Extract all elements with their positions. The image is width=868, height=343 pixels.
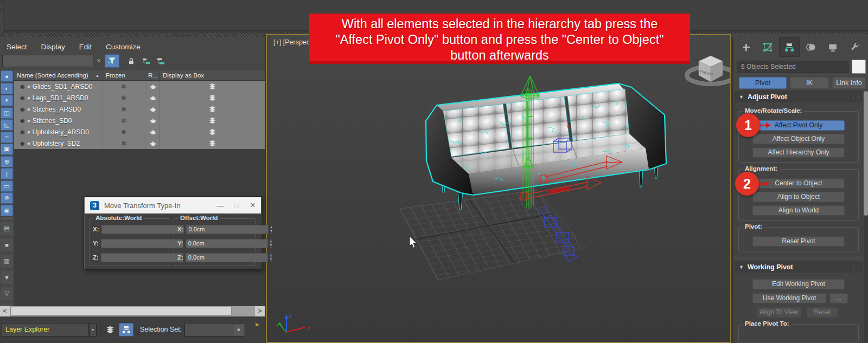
panel-scrollbar-thumb[interactable] [864,91,868,216]
display-as-box-layers-icon[interactable] [160,92,265,103]
table-row[interactable]: ◉●Upholstery_SD2 ❄ [14,138,265,149]
table-row[interactable]: ◉●Upholstery_ARSD0 ❄ [14,126,265,138]
renderable-teapot-icon[interactable] [145,81,160,92]
perspective-viewport[interactable]: [+] [Perspective] [266,34,731,343]
menu-select[interactable]: Select [7,41,27,53]
column-frozen[interactable]: Frozen [103,70,145,80]
tab-create[interactable] [736,37,756,57]
selection-dot-icon[interactable]: ● [27,118,30,124]
display-cameras-icon[interactable]: ◫ [1,107,13,119]
frozen-snowflake-icon[interactable]: ❄ [121,128,126,136]
renderable-teapot-icon[interactable] [145,103,160,115]
view-layers-icon[interactable]: ▤ [1,222,13,235]
scrollbar-thumb[interactable] [10,307,232,316]
collapse-tree-icon[interactable] [154,54,168,68]
frozen-snowflake-icon[interactable]: ❄ [121,117,126,125]
rollout-header[interactable]: ▼ Working Pivot ⋮⋮ [735,261,862,273]
display-groups-icon[interactable]: ▣ [1,144,13,155]
mode-dropdown-arrow-icon[interactable]: ▾ [89,323,97,336]
filter-config-icon[interactable]: ▼ [1,271,13,284]
selection-dot-icon[interactable]: ● [27,140,30,146]
spinner-control[interactable]: ▴▾ [270,239,272,248]
display-lights-icon[interactable]: ☀ [1,95,13,106]
filter-icon[interactable]: ▽ [1,287,13,300]
frozen-snowflake-icon[interactable]: ❄ [121,94,126,102]
renderable-teapot-icon[interactable] [145,138,160,149]
ik-button[interactable]: IK [790,77,829,89]
more-tools-chevrons-icon[interactable]: » [255,320,259,328]
display-hidden-icon[interactable]: ◉ [1,205,13,216]
selection-dot-icon[interactable]: ● [27,106,30,112]
visibility-eye-icon[interactable]: ◉ [20,118,25,124]
display-as-box-layers-icon[interactable] [160,126,265,138]
menu-edit[interactable]: Edit [79,41,92,53]
align-to-world-button[interactable]: Align to World [752,205,845,216]
align-to-object-button[interactable]: Align to Object [752,192,845,202]
table-row[interactable]: ◉●Stitches_ARSD0 ❄ [14,103,265,115]
close-icon[interactable]: × [245,200,261,210]
display-as-box-layers-icon[interactable] [160,138,265,149]
frozen-snowflake-icon[interactable]: ❄ [121,83,126,90]
visibility-eye-icon[interactable]: ◉ [20,106,25,112]
display-as-box-layers-icon[interactable] [160,103,265,115]
rollout-header[interactable]: ▼ Adjust Pivot ⋮⋮ [735,91,862,102]
lock-icon[interactable] [124,54,138,68]
table-row[interactable]: ◉●Stitches_SD0 ❄ [14,115,265,126]
frozen-snowflake-icon[interactable]: ❄ [121,140,126,147]
hierarchy-view-icon[interactable] [119,323,133,336]
column-name[interactable]: Name (Sorted Ascending)▲ [14,70,103,80]
display-containers-icon[interactable]: ▭ [1,180,13,192]
move-transform-type-in-dialog[interactable]: 3 Move Transform Type-In — □ × Absolute:… [84,197,261,269]
renderable-teapot-icon[interactable] [145,115,160,126]
visibility-eye-icon[interactable]: ◉ [20,95,25,101]
tab-modify[interactable] [757,37,778,57]
explorer-mode-dropdown[interactable]: Layer Explorer [2,323,88,336]
pivot-button[interactable]: Pivot [739,77,787,89]
clear-search-icon[interactable]: × [94,55,103,66]
dropdown-arrow-icon[interactable]: ▼ [234,325,244,335]
edit-working-pivot-button[interactable]: Edit Working Pivot [752,279,845,289]
visibility-eye-icon[interactable]: ◉ [20,83,25,89]
column-display-as-box[interactable]: Display as Box [160,70,265,80]
offset-z-field[interactable] [186,253,268,262]
display-bones-icon[interactable]: ∫ [1,168,13,179]
offset-y-field[interactable] [186,239,268,248]
selection-set-dropdown[interactable]: ▼ [184,323,245,336]
panel-scrollbar[interactable] [864,90,868,343]
display-as-box-layers-icon[interactable] [160,81,265,92]
menu-display[interactable]: Display [41,41,65,53]
menu-customize[interactable]: Customize [106,41,141,53]
use-working-pivot-button[interactable]: Use Working Pivot [752,293,826,303]
object-color-swatch[interactable] [852,60,866,74]
absolute-y-field[interactable] [101,239,183,248]
layer-view-icon[interactable] [103,323,117,336]
tab-utilities[interactable] [844,37,865,57]
tab-hierarchy[interactable] [779,37,800,57]
selection-dot-icon[interactable]: ● [27,129,30,135]
filter-funnel-icon[interactable] [105,54,119,68]
reset-pivot-button[interactable]: Reset Pivot [752,236,845,247]
spinner-control[interactable]: ▴▾ [270,253,272,262]
frozen-snowflake-icon[interactable]: ❄ [121,106,126,113]
selection-dot-icon[interactable]: ● [27,95,30,101]
selection-dot-icon[interactable]: ● [27,83,30,89]
tab-motion[interactable] [801,37,821,57]
view-materials-icon[interactable]: ■ [1,238,13,251]
dialog-titlebar[interactable]: 3 Move Transform Type-In — □ × [85,197,261,213]
scroll-right-icon[interactable]: > [255,306,265,316]
link-info-button[interactable]: Link Info [832,77,866,89]
display-xrefs-icon[interactable]: ⊕ [1,156,13,167]
working-pivot-options-button[interactable]: ... [829,293,848,303]
absolute-x-field[interactable] [101,225,184,234]
column-renderable[interactable]: R... [145,70,160,80]
scroll-left-icon[interactable]: < [0,306,10,316]
horizontal-scrollbar[interactable]: < > [0,306,265,316]
expand-tree-icon[interactable] [139,54,154,68]
viewcube[interactable]: FRONT [687,56,730,84]
minimize-icon[interactable]: — [212,202,228,210]
absolute-z-field[interactable] [101,253,183,262]
affect-hierarchy-only-button[interactable]: Affect Hierarchy Only [752,147,845,158]
visibility-eye-icon[interactable]: ◉ [20,129,25,135]
display-shapes-icon[interactable]: ◐ [1,83,13,94]
display-geometry-icon[interactable]: ● [1,70,13,82]
